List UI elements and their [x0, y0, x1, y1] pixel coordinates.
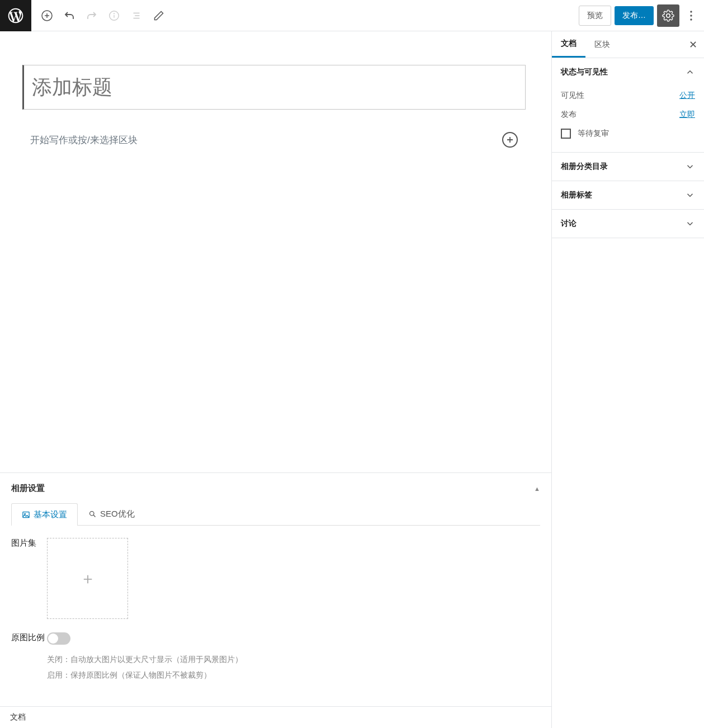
- list-icon: [130, 10, 143, 22]
- ratio-label: 原图比例: [11, 632, 47, 683]
- svg-point-8: [690, 15, 692, 16]
- add-block-inline-button[interactable]: [502, 132, 518, 148]
- tab-basic-settings[interactable]: 基本设置: [11, 503, 78, 526]
- publish-link[interactable]: 立即: [679, 110, 695, 120]
- svg-line-13: [93, 515, 95, 517]
- preview-button[interactable]: 预览: [579, 6, 611, 26]
- title-block[interactable]: [22, 65, 526, 110]
- panel-status-title: 状态与可见性: [561, 67, 608, 77]
- ratio-help: 关闭：自动放大图片以更大尺寸显示（适用于风景图片） 启用：保持原图比例（保证人物…: [47, 651, 540, 683]
- footer-doc-label: 文档: [0, 706, 551, 728]
- svg-point-12: [90, 512, 95, 516]
- album-settings-metabox: 相册设置 ▲ 基本设置 SEO优化 图片集 ＋: [0, 472, 551, 706]
- tab-seo-label: SEO优化: [100, 509, 135, 519]
- main-layout: 开始写作或按/来选择区块 相册设置 ▲ 基本设置 SEO优化: [0, 31, 704, 728]
- add-image-button[interactable]: ＋: [47, 538, 128, 619]
- sidebar-tab-block[interactable]: 区块: [585, 31, 619, 58]
- plus-circle-icon: [40, 9, 54, 22]
- chevron-down-icon: [685, 219, 695, 229]
- publish-label: 发布: [561, 110, 577, 120]
- metabox-tabs: 基本设置 SEO优化: [11, 503, 540, 526]
- svg-point-3: [114, 13, 115, 13]
- pending-review-label: 等待复审: [578, 129, 609, 139]
- editor-column: 开始写作或按/来选择区块 相册设置 ▲ 基本设置 SEO优化: [0, 31, 552, 728]
- panel-categories-header[interactable]: 相册分类目录: [552, 153, 704, 181]
- panel-categories-title: 相册分类目录: [561, 162, 608, 172]
- pencil-icon: [153, 10, 164, 21]
- visibility-row: 可见性 公开: [561, 86, 695, 105]
- svg-point-11: [25, 513, 26, 514]
- tab-basic-label: 基本设置: [34, 509, 67, 520]
- panel-status: 状态与可见性 可见性 公开 发布 立即 等待复审: [552, 58, 704, 153]
- gear-icon: [662, 10, 674, 22]
- title-input[interactable]: [32, 75, 517, 99]
- toolbar-right-group: 预览 发布…: [579, 4, 704, 27]
- pending-review-checkbox[interactable]: [561, 129, 571, 139]
- panel-tags-header[interactable]: 相册标签: [552, 181, 704, 209]
- toolbar-left-group: [31, 4, 170, 27]
- panel-discussion-title: 讨论: [561, 219, 577, 229]
- ratio-toggle[interactable]: [47, 632, 70, 645]
- editor-area: 开始写作或按/来选择区块: [0, 31, 551, 472]
- settings-button[interactable]: [657, 4, 679, 27]
- info-button[interactable]: [103, 4, 125, 27]
- pending-review-row[interactable]: 等待复审: [561, 124, 695, 143]
- tab-seo[interactable]: SEO优化: [78, 503, 145, 525]
- sidebar-close-button[interactable]: ✕: [682, 31, 704, 58]
- metabox-header[interactable]: 相册设置 ▲: [11, 483, 540, 494]
- visibility-link[interactable]: 公开: [679, 91, 695, 101]
- image-set-row: 图片集 ＋: [11, 538, 540, 619]
- edit-button[interactable]: [148, 4, 170, 27]
- ratio-row: 原图比例 关闭：自动放大图片以更大尺寸显示（适用于风景图片） 启用：保持原图比例…: [11, 632, 540, 683]
- toggle-knob: [48, 634, 58, 644]
- chevron-up-icon: [685, 67, 695, 77]
- content-block[interactable]: 开始写作或按/来选择区块: [22, 132, 526, 148]
- sidebar-tabs: 文档 区块 ✕: [552, 31, 704, 58]
- chevron-down-icon: [685, 190, 695, 200]
- plus-icon: [505, 135, 514, 144]
- image-set-label: 图片集: [11, 538, 47, 619]
- publish-row: 发布 立即: [561, 105, 695, 124]
- panel-tags-title: 相册标签: [561, 190, 592, 200]
- top-toolbar: 预览 发布…: [0, 0, 704, 31]
- plus-icon: ＋: [80, 568, 96, 589]
- metabox-collapse-toggle[interactable]: ▲: [534, 485, 540, 492]
- panel-status-header[interactable]: 状态与可见性: [552, 58, 704, 86]
- search-icon: [88, 510, 97, 518]
- panel-tags: 相册标签: [552, 181, 704, 210]
- undo-button[interactable]: [58, 4, 81, 27]
- redo-icon: [85, 9, 98, 22]
- panel-discussion: 讨论: [552, 210, 704, 238]
- panel-status-body: 可见性 公开 发布 立即 等待复审: [552, 86, 704, 152]
- panel-categories: 相册分类目录: [552, 153, 704, 181]
- metabox-title: 相册设置: [11, 483, 45, 494]
- more-button[interactable]: [683, 4, 700, 27]
- sidebar-tab-document[interactable]: 文档: [552, 31, 585, 58]
- publish-button[interactable]: 发布…: [615, 6, 654, 25]
- close-icon: ✕: [689, 39, 697, 51]
- panel-discussion-header[interactable]: 讨论: [552, 210, 704, 238]
- kebab-icon: [690, 11, 692, 21]
- settings-sidebar: 文档 区块 ✕ 状态与可见性 可见性 公开 发布 立即: [552, 31, 704, 728]
- undo-icon: [63, 9, 76, 22]
- info-icon: [108, 10, 120, 22]
- outline-button[interactable]: [125, 4, 148, 27]
- svg-point-7: [690, 11, 692, 12]
- image-icon: [22, 510, 30, 519]
- wordpress-logo[interactable]: [0, 0, 31, 31]
- add-block-button[interactable]: [36, 4, 58, 27]
- visibility-label: 可见性: [561, 91, 584, 101]
- content-placeholder[interactable]: 开始写作或按/来选择区块: [30, 134, 502, 146]
- svg-point-9: [690, 18, 692, 20]
- wordpress-icon: [7, 7, 25, 25]
- ratio-on-text: 启用：保持原图比例（保证人物图片不被裁剪）: [47, 667, 540, 683]
- redo-button[interactable]: [81, 4, 103, 27]
- ratio-off-text: 关闭：自动放大图片以更大尺寸显示（适用于风景图片）: [47, 651, 540, 667]
- chevron-down-icon: [685, 162, 695, 172]
